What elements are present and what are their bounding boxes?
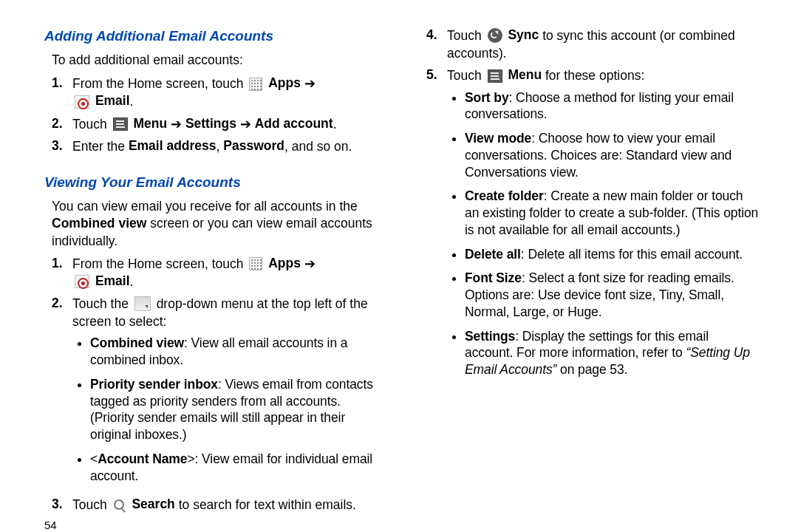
- settings-label: Settings: [185, 116, 236, 131]
- dot: .: [130, 273, 134, 288]
- list-item: Font Size: Select a font size for readin…: [465, 270, 760, 320]
- search-icon: [113, 499, 126, 512]
- step-row: 1. From the Home screen, touch Apps ➔ Em…: [52, 255, 385, 290]
- opt-bold: Sort by: [465, 90, 509, 105]
- opt-bold: Settings: [465, 329, 515, 344]
- step-row: 3. Enter the Email address, Password, an…: [52, 137, 385, 155]
- step-num: 1.: [52, 75, 72, 92]
- addacct-label: Add account: [255, 116, 333, 131]
- dropdown-icon: [134, 296, 151, 311]
- step-num: 5.: [426, 66, 447, 84]
- list-item: Delete all: Delete all items for this em…: [465, 246, 760, 263]
- opt-pre: <: [90, 451, 98, 466]
- step-body: From the Home screen, touch Apps ➔ Email…: [72, 255, 385, 290]
- opt-bold: Priority sender inbox: [90, 377, 218, 392]
- text: Enter the: [72, 138, 129, 153]
- comma: ,: [216, 138, 224, 153]
- list-item: Priority sender inbox: Views email from …: [90, 376, 385, 443]
- right-column: 4. Touch Sync to sync this account (or c…: [412, 27, 760, 514]
- heading-viewing: Viewing Your Email Accounts: [44, 173, 385, 192]
- intro-text: To add additional email accounts:: [52, 52, 385, 69]
- step-row: 2. Touch Menu ➔ Settings ➔ Add account.: [52, 115, 385, 133]
- arrow-icon: ➔: [167, 116, 185, 131]
- viewing-para: You can view email you receive for all a…: [52, 198, 385, 250]
- step-row: 4. Touch Sync to sync this account (or c…: [426, 27, 760, 62]
- step-body: Touch Search to search for text within e…: [72, 496, 385, 514]
- step-row: 1. From the Home screen, touch Apps ➔ Em…: [52, 75, 385, 110]
- apps-icon: [249, 78, 262, 91]
- opt-bold: Create folder: [465, 188, 544, 203]
- step-body: Touch the drop-down menu at the top left…: [72, 295, 385, 491]
- password-label: Password: [223, 138, 284, 153]
- page-number: 54: [44, 518, 385, 532]
- step-row: 5. Touch Menu for these options: Sort by…: [426, 66, 760, 385]
- text: From the Home screen, touch: [72, 256, 247, 270]
- step-body: From the Home screen, touch Apps ➔ Email…: [72, 75, 385, 110]
- menu-options: Sort by: Choose a method for listing you…: [465, 89, 760, 378]
- email-icon: [75, 95, 89, 109]
- search-label: Search: [132, 497, 174, 511]
- apps-label: Apps: [268, 256, 301, 270]
- steps-adding: 1. From the Home screen, touch Apps ➔ Em…: [52, 75, 385, 160]
- email-label: Email: [95, 273, 130, 288]
- step-body: Touch Menu for these options: Sort by: C…: [447, 66, 760, 385]
- text: Touch the: [72, 296, 132, 310]
- sync-label: Sync: [508, 27, 539, 42]
- arrow-icon: ➔: [236, 116, 255, 131]
- menu-label: Menu: [133, 116, 167, 131]
- steps-viewing: 1. From the Home screen, touch Apps ➔ Em…: [52, 255, 385, 519]
- text: Touch: [447, 68, 485, 83]
- step-row: 3. Touch Search to search for text withi…: [52, 496, 385, 514]
- arrow-icon: ➔: [301, 76, 316, 91]
- text: Touch: [72, 497, 111, 512]
- heading-adding: Adding Additional Email Accounts: [44, 27, 385, 46]
- step-row: 2. Touch the drop-down menu at the top l…: [52, 295, 385, 491]
- text: You can view email you receive for all a…: [52, 199, 358, 214]
- rest: to search for text within emails.: [175, 497, 356, 512]
- arrow-icon: ➔: [301, 256, 316, 270]
- steps-right: 4. Touch Sync to sync this account (or c…: [426, 27, 760, 390]
- opt-rest: : Delete all items for this email accoun…: [521, 247, 743, 262]
- step-body: Touch Sync to sync this account (or comb…: [447, 27, 760, 62]
- rest: , and so on.: [284, 138, 352, 153]
- dot: .: [333, 116, 337, 131]
- text: Touch: [72, 116, 111, 131]
- step-num: 3.: [52, 137, 72, 155]
- left-column: Adding Additional Email Accounts To add …: [44, 27, 412, 514]
- opt-bold: Font Size: [465, 270, 522, 285]
- list-item: Settings: Display the settings for this …: [465, 328, 760, 378]
- opt-bold: Account Name: [98, 451, 187, 466]
- page: Adding Additional Email Accounts To add …: [0, 0, 798, 532]
- opt-bold: Delete all: [465, 247, 521, 262]
- step-body: Touch Menu ➔ Settings ➔ Add account.: [72, 115, 385, 133]
- menu-icon: [113, 117, 128, 131]
- list-item: View mode: Choose how to view your email…: [465, 130, 760, 180]
- sync-icon: [488, 28, 502, 43]
- text: From the Home screen, touch: [72, 76, 247, 91]
- email-icon: [75, 275, 89, 288]
- opt-bold: Combined view: [90, 335, 184, 350]
- step-num: 1.: [52, 255, 72, 273]
- apps-label: Apps: [268, 75, 301, 90]
- text: Touch: [447, 28, 485, 43]
- opt-bold: View mode: [465, 131, 531, 146]
- list-item: <Account Name>: View email for individua…: [90, 451, 385, 485]
- step-num: 2.: [52, 115, 72, 133]
- email-label: Email: [95, 93, 130, 108]
- email-address-label: Email address: [129, 138, 216, 153]
- step-num: 4.: [426, 27, 447, 44]
- step-num: 3.: [52, 496, 72, 514]
- menu-icon: [488, 69, 502, 83]
- rest: for these options:: [542, 68, 644, 83]
- menu-label: Menu: [508, 67, 542, 82]
- apps-icon: [249, 257, 262, 270]
- list-item: Create folder: Create a new main folder …: [465, 188, 760, 238]
- opt-tail: on page 53.: [560, 362, 627, 377]
- list-item: Combined view: View all email accounts i…: [90, 335, 385, 369]
- dot: .: [130, 94, 134, 109]
- list-item: Sort by: Choose a method for listing you…: [465, 89, 760, 123]
- step-num: 2.: [52, 295, 72, 313]
- combined-view-label: Combined view: [52, 216, 146, 231]
- step-body: Enter the Email address, Password, and s…: [72, 137, 385, 155]
- dropdown-options: Combined view: View all email accounts i…: [90, 335, 385, 484]
